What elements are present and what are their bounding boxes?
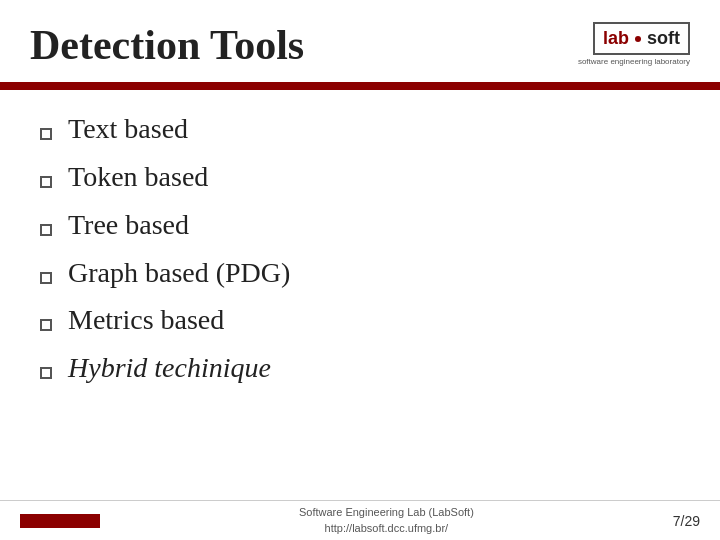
item-text: Token based xyxy=(68,158,208,196)
bullet-icon xyxy=(40,224,52,236)
content-area: Text based Token based Tree based Graph … xyxy=(0,90,720,407)
list-item: Tree based xyxy=(40,206,680,244)
slide-title: Detection Tools xyxy=(30,22,304,68)
slide-number: 7/29 xyxy=(673,513,700,529)
logo-lab-text: lab xyxy=(603,28,629,49)
logo-area: lab soft software engineering laboratory xyxy=(578,22,690,66)
item-text-italic: Hybrid techinique xyxy=(68,349,271,387)
logo-dot xyxy=(635,36,641,42)
item-text: Text based xyxy=(68,110,188,148)
slide: Detection Tools lab soft software engine… xyxy=(0,0,720,540)
bottom-accent xyxy=(20,514,100,528)
item-text: Metrics based xyxy=(68,301,224,339)
bullet-icon xyxy=(40,272,52,284)
list-item: Hybrid techinique xyxy=(40,349,680,387)
item-text: Graph based (PDG) xyxy=(68,254,290,292)
logo-soft-text: soft xyxy=(647,28,680,49)
footer-text: Software Engineering Lab (LabSoft) http:… xyxy=(100,505,673,536)
bullet-icon xyxy=(40,128,52,140)
logo-subtitle: software engineering laboratory xyxy=(578,57,690,66)
footer-line1: Software Engineering Lab (LabSoft) xyxy=(299,506,474,518)
list-item: Token based xyxy=(40,158,680,196)
bullet-list: Text based Token based Tree based Graph … xyxy=(40,110,680,387)
header-area: Detection Tools lab soft software engine… xyxy=(0,0,720,68)
item-text: Tree based xyxy=(68,206,189,244)
logo-box: lab soft xyxy=(593,22,690,55)
list-item: Graph based (PDG) xyxy=(40,254,680,292)
divider-bar xyxy=(0,82,720,90)
footer-line2: http://labsoft.dcc.ufmg.br/ xyxy=(325,522,449,534)
list-item: Metrics based xyxy=(40,301,680,339)
bullet-icon xyxy=(40,319,52,331)
bottom-bar: Software Engineering Lab (LabSoft) http:… xyxy=(0,500,720,540)
list-item: Text based xyxy=(40,110,680,148)
bullet-icon xyxy=(40,176,52,188)
bullet-icon xyxy=(40,367,52,379)
